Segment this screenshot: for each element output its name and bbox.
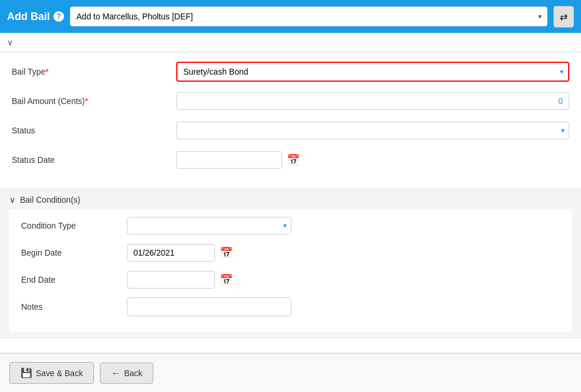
bail-type-label: Bail Type* bbox=[12, 67, 176, 76]
bail-amount-control bbox=[176, 92, 569, 110]
sub-header: ∨ bbox=[0, 33, 581, 52]
end-date-label: End Date bbox=[21, 275, 127, 284]
status-label: Status bbox=[12, 126, 176, 135]
notes-control bbox=[127, 297, 291, 316]
back-button[interactable]: ← Back bbox=[100, 363, 153, 384]
bail-conditions-header[interactable]: ∨ Bail Condition(s) bbox=[9, 195, 572, 205]
condition-type-label: Condition Type bbox=[21, 221, 127, 230]
end-date-control: 📅 bbox=[127, 271, 233, 289]
end-date-row: End Date 📅 bbox=[21, 270, 560, 289]
page-title: Add Bail ? bbox=[7, 11, 64, 23]
back-arrow-icon: ← bbox=[111, 368, 120, 378]
footer: 💾 Save & Back ← Back bbox=[0, 353, 581, 392]
bail-type-control: Surety/cash Bond Cash Bond Personal Bond… bbox=[176, 62, 569, 82]
bail-type-row: Bail Type* Surety/cash Bond Cash Bond Pe… bbox=[12, 62, 569, 82]
bail-amount-label: Bail Amount (Cents)* bbox=[12, 96, 176, 106]
main-content: Bail Type* Surety/cash Bond Cash Bond Pe… bbox=[0, 52, 581, 353]
case-select-wrapper: Add to Marcellus, Pholtus [DEF] ▾ bbox=[70, 6, 548, 26]
status-date-input[interactable] bbox=[176, 151, 282, 169]
status-date-label: Status Date bbox=[12, 155, 176, 165]
help-icon[interactable]: ? bbox=[53, 11, 64, 22]
notes-row: Notes bbox=[21, 297, 560, 316]
status-control: Active Inactive Pending ▾ bbox=[176, 122, 569, 139]
form-section: Bail Type* Surety/cash Bond Cash Bond Pe… bbox=[0, 52, 581, 189]
status-row: Status Active Inactive Pending ▾ bbox=[12, 120, 569, 140]
notes-label: Notes bbox=[21, 302, 127, 311]
condition-type-select[interactable] bbox=[127, 217, 291, 234]
status-date-calendar-icon[interactable]: 📅 bbox=[287, 153, 300, 166]
back-label: Back bbox=[124, 368, 142, 378]
bail-amount-row: Bail Amount (Cents)* bbox=[12, 91, 569, 111]
bail-amount-input[interactable] bbox=[176, 92, 569, 110]
save-back-label: Save & Back bbox=[36, 368, 83, 378]
condition-type-control: ▾ bbox=[127, 217, 291, 234]
status-date-row: Status Date 📅 bbox=[12, 150, 569, 170]
header: Add Bail ? Add to Marcellus, Pholtus [DE… bbox=[0, 0, 581, 33]
save-back-button[interactable]: 💾 Save & Back bbox=[9, 362, 94, 384]
begin-date-control: 📅 bbox=[127, 244, 233, 262]
transfer-icon: ⇄ bbox=[560, 11, 567, 22]
bail-conditions-section: ∨ Bail Condition(s) Condition Type ▾ bbox=[0, 189, 581, 338]
condition-type-row: Condition Type ▾ bbox=[21, 216, 560, 235]
end-date-calendar-icon[interactable]: 📅 bbox=[220, 273, 233, 286]
transfer-button[interactable]: ⇄ bbox=[553, 6, 574, 28]
collapse-chevron-icon[interactable]: ∨ bbox=[7, 38, 13, 47]
begin-date-input[interactable] bbox=[127, 244, 215, 262]
begin-date-row: Begin Date 📅 bbox=[21, 243, 560, 262]
end-date-input[interactable] bbox=[127, 271, 215, 289]
condition-type-select-wrapper: ▾ bbox=[127, 217, 291, 234]
bail-type-select[interactable]: Surety/cash Bond Cash Bond Personal Bond… bbox=[177, 63, 568, 81]
status-select-wrapper: Active Inactive Pending ▾ bbox=[176, 122, 569, 139]
notes-input[interactable] bbox=[127, 297, 291, 316]
case-select[interactable]: Add to Marcellus, Pholtus [DEF] bbox=[70, 6, 548, 26]
bail-conditions-chevron-icon: ∨ bbox=[9, 195, 15, 205]
begin-date-label: Begin Date bbox=[21, 248, 127, 257]
status-date-control: 📅 bbox=[176, 151, 569, 169]
status-select[interactable]: Active Inactive Pending bbox=[176, 122, 569, 139]
save-back-icon: 💾 bbox=[21, 367, 32, 378]
bail-conditions-body: Condition Type ▾ Begin Date bbox=[9, 209, 572, 331]
title-text: Add Bail bbox=[7, 11, 50, 23]
bail-conditions-title: Bail Condition(s) bbox=[20, 195, 80, 205]
bail-type-select-wrapper: Surety/cash Bond Cash Bond Personal Bond… bbox=[176, 62, 569, 82]
begin-date-calendar-icon[interactable]: 📅 bbox=[220, 246, 233, 259]
